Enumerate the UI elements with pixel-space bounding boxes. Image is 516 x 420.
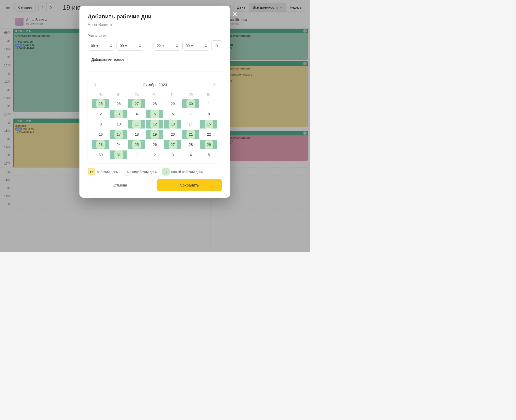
chevron-right-icon <box>213 83 216 86</box>
cal-day[interactable]: 4 <box>182 150 200 159</box>
cal-dow: Сб <box>182 91 200 98</box>
cal-day[interactable]: 29 <box>164 99 181 108</box>
cal-dow: Чт <box>146 91 163 98</box>
cal-day[interactable]: 19 <box>146 130 163 139</box>
next-month-button[interactable] <box>211 81 217 88</box>
cal-day[interactable]: 13 <box>164 120 181 129</box>
cal-day[interactable]: 25 <box>92 99 109 108</box>
modal-overlay[interactable]: Добавить рабочие дни Анна Вакина Расписа… <box>0 0 310 252</box>
cancel-button[interactable]: Отмена <box>88 179 153 191</box>
cal-day[interactable]: 26 <box>146 140 163 149</box>
cal-dow: Вс <box>200 91 217 98</box>
app-root: Сегодня 19 июля, среда Դր0 День Все долж… <box>0 0 310 252</box>
calendar-title: Октябрь 2023 <box>143 83 167 87</box>
divider <box>88 72 222 72</box>
close-button[interactable] <box>232 10 238 19</box>
cal-day[interactable]: 12 <box>146 120 163 129</box>
cal-day[interactable]: 27 <box>164 140 181 149</box>
cal-dow: Ср <box>128 91 145 98</box>
cal-day[interactable]: 2 <box>146 150 163 159</box>
modal-buttons: Отмена Сохранить <box>88 179 222 191</box>
calendar: Октябрь 2023 ПнВтСрЧтПтСбВс2526272829301… <box>88 77 222 163</box>
calendar-grid: ПнВтСрЧтПтСбВс25262728293012345678910111… <box>92 91 217 159</box>
close-icon <box>232 11 238 17</box>
legend-new-working-day: 17 новый рабочий день <box>162 168 203 176</box>
cal-day[interactable]: 15 <box>200 120 217 129</box>
cal-day[interactable]: 6 <box>164 110 181 118</box>
time-range-row: 09 ч 00 м — 22 ч 00 м <box>88 40 222 51</box>
cal-day[interactable]: 3 <box>110 110 127 118</box>
legend-chip-white: 16 <box>123 168 131 176</box>
cal-day[interactable]: 2 <box>92 110 109 118</box>
cal-day[interactable]: 18 <box>128 130 145 139</box>
cal-day[interactable]: 17 <box>110 130 127 139</box>
cal-day[interactable]: 14 <box>182 120 200 129</box>
cal-day[interactable]: 25 <box>128 140 145 149</box>
calendar-legend: 15 рабочий день 16 нерабочий день 17 нов… <box>88 168 222 176</box>
cal-day[interactable]: 26 <box>110 99 127 108</box>
calendar-header: Октябрь 2023 <box>92 81 217 88</box>
delete-interval-button[interactable] <box>211 40 222 51</box>
cal-day[interactable]: 27 <box>128 99 145 108</box>
trash-icon <box>215 44 219 48</box>
cal-dow: Вт <box>110 91 127 98</box>
cal-day[interactable]: 28 <box>182 140 200 149</box>
modal: Добавить рабочие дни Анна Вакина Расписа… <box>79 6 230 198</box>
legend-label: новый рабочий день <box>171 170 203 174</box>
modal-title: Добавить рабочие дни <box>88 13 222 20</box>
cal-day[interactable]: 30 <box>92 150 109 159</box>
cal-day[interactable]: 16 <box>92 130 109 139</box>
prev-month-button[interactable] <box>92 81 98 88</box>
save-button[interactable]: Сохранить <box>157 179 222 191</box>
cal-day[interactable]: 11 <box>128 120 145 129</box>
cal-day[interactable]: 1 <box>128 150 145 159</box>
cal-day[interactable]: 9 <box>92 120 109 129</box>
legend-nonworking-day: 16 нерабочий день <box>123 168 157 176</box>
cal-day[interactable]: 5 <box>146 110 163 118</box>
end-min-select[interactable]: 00 м <box>182 41 209 51</box>
schedule-label: Расписание <box>88 34 222 38</box>
legend-working-day: 15 рабочий день <box>88 168 118 176</box>
cal-day[interactable]: 22 <box>200 130 217 139</box>
cal-day[interactable]: 3 <box>164 150 181 159</box>
cal-day[interactable]: 20 <box>164 130 181 139</box>
legend-label: рабочий день <box>97 170 118 174</box>
cal-day[interactable]: 1 <box>200 99 217 108</box>
cal-day[interactable]: 24 <box>110 140 127 149</box>
cal-day[interactable]: 4 <box>128 110 145 118</box>
chevron-left-icon <box>94 83 97 86</box>
cal-day[interactable]: 29 <box>200 140 217 149</box>
cal-day[interactable]: 7 <box>182 110 200 118</box>
modal-subtitle: Анна Вакина <box>88 22 222 27</box>
start-min-select[interactable]: 00 м <box>116 41 143 51</box>
cal-dow: Пт <box>164 91 181 98</box>
end-hour-select[interactable]: 22 ч <box>154 41 180 51</box>
add-interval-button[interactable]: Добавить интервал <box>88 55 127 64</box>
cal-day[interactable]: 5 <box>200 150 217 159</box>
cal-day[interactable]: 30 <box>182 99 200 108</box>
legend-chip-green: 17 <box>162 168 170 176</box>
start-hour-select[interactable]: 09 ч <box>88 41 114 51</box>
legend-label: нерабочий день <box>132 170 157 174</box>
cal-day[interactable]: 31 <box>110 150 127 159</box>
cal-day[interactable]: 23 <box>92 140 109 149</box>
legend-chip-yellow: 15 <box>88 168 95 176</box>
cal-day[interactable]: 28 <box>146 99 163 108</box>
range-dash: — <box>145 43 151 48</box>
cal-day[interactable]: 10 <box>110 120 127 129</box>
cal-day[interactable]: 8 <box>200 110 217 118</box>
cal-day[interactable]: 21 <box>182 130 200 139</box>
cal-dow: Пн <box>92 91 109 98</box>
